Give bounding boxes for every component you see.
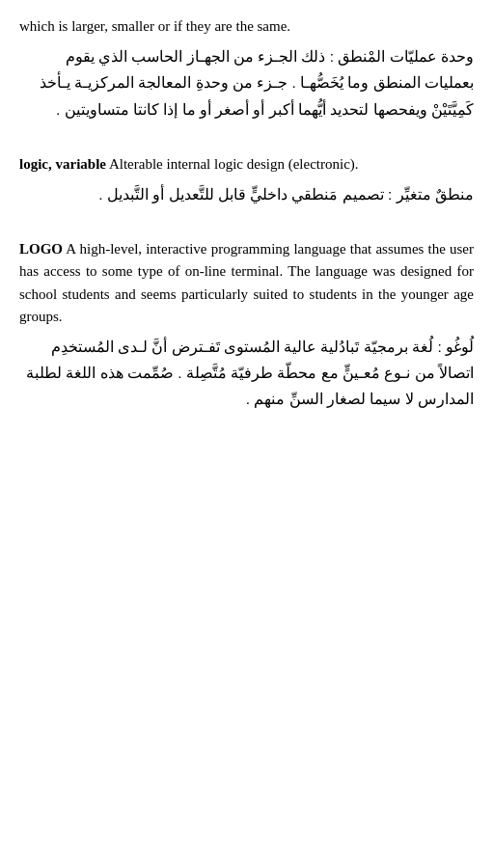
entry-logo: LOGO A high-level, interactive programmi… bbox=[19, 238, 474, 412]
alu-english-span: which is larger, smaller or if they are … bbox=[19, 18, 290, 34]
entry-alu-continuation: which is larger, smaller or if they are … bbox=[19, 15, 474, 122]
logic-variable-english-text: logic, variable Alterable internal logic… bbox=[19, 153, 474, 176]
divider-2 bbox=[19, 225, 474, 238]
alu-arabic-span: وحدة عمليّات المْنطق : ذلك الجـزء من الج… bbox=[40, 48, 474, 117]
alu-english-text: which is larger, smaller or if they are … bbox=[19, 15, 474, 38]
logo-english-text: LOGO A high-level, interactive programmi… bbox=[19, 238, 474, 328]
logo-term: LOGO bbox=[19, 241, 63, 257]
logic-variable-definition: Alterable internal logic design (electro… bbox=[106, 156, 359, 172]
logic-variable-arabic-span: منطقٌ متغيِّر : تصميم مَنطقي داخليٍّ قاب… bbox=[98, 186, 474, 203]
logic-variable-arabic-text: منطقٌ متغيِّر : تصميم مَنطقي داخليٍّ قاب… bbox=[19, 181, 474, 207]
logic-variable-term: logic, variable bbox=[19, 156, 106, 172]
alu-arabic-text: وحدة عمليّات المْنطق : ذلك الجـزء من الج… bbox=[19, 43, 474, 122]
divider-1 bbox=[19, 140, 474, 153]
logo-arabic-span: لُوغُو : لُغة برمجيّة تَبادُلية عالية ال… bbox=[26, 339, 474, 407]
entry-logic-variable: logic, variable Alterable internal logic… bbox=[19, 153, 474, 207]
logo-definition: A high-level, interactive programming la… bbox=[19, 241, 474, 324]
page-content: which is larger, smaller or if they are … bbox=[19, 15, 474, 412]
logo-arabic-text: لُوغُو : لُغة برمجيّة تَبادُلية عالية ال… bbox=[19, 334, 474, 412]
